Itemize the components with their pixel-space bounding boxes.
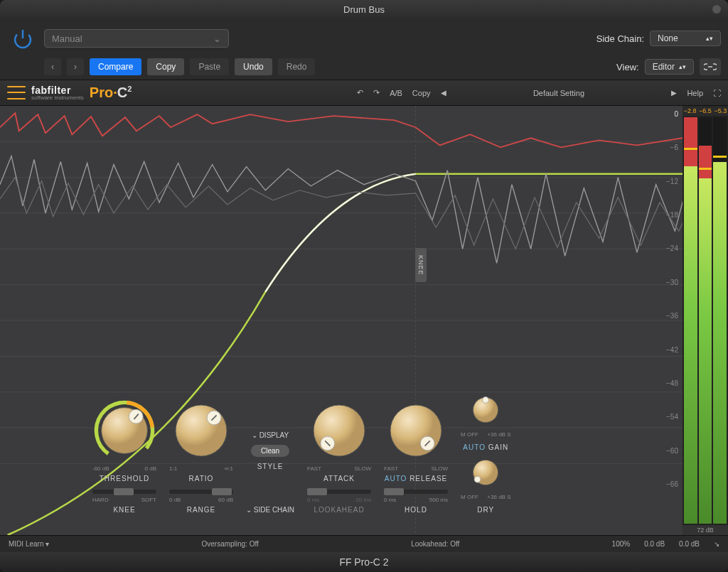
redo-button[interactable]: Redo bbox=[278, 58, 316, 75]
sidechain-toggle[interactable]: ⌄ SIDE CHAIN bbox=[246, 506, 294, 514]
compare-button[interactable]: Compare bbox=[90, 58, 141, 75]
resize-icon[interactable]: ↘ bbox=[714, 540, 719, 548]
threshold-label: THRESHOLD bbox=[100, 475, 150, 482]
gain-knob[interactable] bbox=[470, 394, 501, 426]
view-label: View: bbox=[616, 62, 639, 72]
plugin-preset[interactable]: Default Setting bbox=[456, 89, 662, 97]
plugin-redo-icon[interactable]: ↷ bbox=[373, 88, 380, 97]
threshold-knob[interactable] bbox=[92, 399, 156, 463]
preset-next[interactable]: ▶ bbox=[671, 89, 677, 97]
lookahead-status[interactable]: Lookahead: Off bbox=[411, 540, 459, 548]
preset-name: Manual bbox=[52, 33, 82, 44]
range-slider[interactable] bbox=[169, 490, 233, 494]
release-knob[interactable] bbox=[384, 399, 448, 463]
preset-dropdown[interactable]: Manual ⌄ bbox=[44, 29, 229, 48]
ratio-knob[interactable] bbox=[169, 399, 233, 463]
meter-readout-3: −5.3 bbox=[714, 107, 727, 114]
style-selector[interactable]: Clean bbox=[251, 445, 289, 457]
prev-preset-button[interactable]: ‹ bbox=[44, 58, 61, 75]
undo-button[interactable]: Undo bbox=[235, 58, 272, 75]
hold-slider[interactable] bbox=[384, 490, 448, 494]
sidechain-dropdown[interactable]: None ▴▾ bbox=[650, 31, 721, 46]
help-button[interactable]: Help bbox=[687, 89, 703, 97]
midi-learn-button[interactable]: MIDI Learn ▾ bbox=[9, 540, 49, 548]
preset-prev[interactable]: ◀ bbox=[441, 89, 446, 97]
attack-label: ATTACK bbox=[323, 475, 355, 482]
output-gain-2[interactable]: 0.0 dB bbox=[679, 540, 700, 548]
view-dropdown[interactable]: Editor ▴▾ bbox=[645, 59, 694, 75]
meter-readout-1: −2.8 bbox=[684, 107, 697, 114]
ratio-label: RATIO bbox=[189, 475, 214, 482]
knee-tab[interactable]: KNEE bbox=[415, 248, 427, 282]
sidechain-label: Side Chain: bbox=[596, 33, 644, 44]
link-button[interactable] bbox=[700, 58, 721, 75]
plugin-header: fabfilter software instruments Pro·C2 ↶ … bbox=[0, 80, 728, 106]
window-titlebar: Drum Bus bbox=[0, 0, 728, 18]
db-scale: 0−6−12 −18−24−30 −36−42−48 −54−60−66 bbox=[657, 106, 678, 492]
plugin-name: FF Pro-C 2 bbox=[339, 556, 388, 568]
oversampling[interactable]: Oversampling: Off bbox=[201, 540, 258, 548]
plugin-status-bar: MIDI Learn ▾ Oversampling: Off Lookahead… bbox=[0, 535, 728, 552]
next-preset-button[interactable]: › bbox=[67, 58, 84, 75]
brand-logo: fabfilter software instruments Pro·C2 bbox=[7, 84, 132, 102]
svg-point-30 bbox=[474, 476, 481, 482]
updown-icon: ▴▾ bbox=[679, 63, 686, 70]
svg-point-28 bbox=[483, 397, 489, 404]
power-button[interactable] bbox=[7, 23, 38, 54]
compression-display[interactable]: KNEE 0−6−12 −18−24−30 −36−42−48 −54−60−6… bbox=[0, 106, 728, 535]
fullscreen-icon[interactable]: ⛶ bbox=[713, 89, 721, 97]
host-toolbar: Manual ⌄ Side Chain: None ▴▾ ‹ › Compare… bbox=[0, 18, 728, 80]
attack-knob[interactable] bbox=[307, 399, 371, 463]
input-meter bbox=[684, 117, 697, 524]
display-toggle[interactable]: ⌄ DISPLAY bbox=[252, 431, 289, 439]
gr-meter bbox=[699, 117, 712, 524]
knee-slider[interactable] bbox=[92, 490, 156, 494]
dry-knob[interactable] bbox=[470, 457, 501, 488]
window-controls bbox=[712, 5, 721, 14]
ab-copy[interactable]: Copy bbox=[412, 89, 431, 97]
window-title: Drum Bus bbox=[343, 4, 385, 15]
plugin-undo-icon[interactable]: ↶ bbox=[357, 88, 363, 97]
updown-icon: ▴▾ bbox=[706, 35, 713, 42]
traffic-dot[interactable] bbox=[712, 5, 721, 14]
release-label: AUTO RELEASE bbox=[385, 475, 448, 482]
ab-toggle[interactable]: A/B bbox=[390, 89, 402, 97]
chevron-down-icon: ⌄ bbox=[213, 33, 221, 44]
control-panel: -60 dB0 dB THRESHOLD HARDSOFT KNEE 1:1∞:… bbox=[92, 394, 657, 514]
copy-button[interactable]: Copy bbox=[147, 58, 184, 75]
svg-point-21 bbox=[314, 405, 365, 456]
paste-button[interactable]: Paste bbox=[190, 58, 229, 75]
zoom-level[interactable]: 100% bbox=[612, 540, 631, 548]
product-name: Pro·C2 bbox=[90, 85, 132, 101]
output-meter bbox=[713, 117, 727, 524]
meter-range[interactable]: 72 dB bbox=[682, 525, 728, 535]
meter-readout-2: −6.5 bbox=[699, 107, 712, 114]
svg-point-24 bbox=[390, 405, 441, 456]
output-gain-1[interactable]: 0.0 dB bbox=[644, 540, 665, 548]
level-meters: −2.8 −6.5 −5.3 bbox=[682, 106, 728, 535]
plugin-footer: FF Pro-C 2 bbox=[0, 552, 728, 572]
lookahead-slider[interactable] bbox=[307, 490, 371, 494]
